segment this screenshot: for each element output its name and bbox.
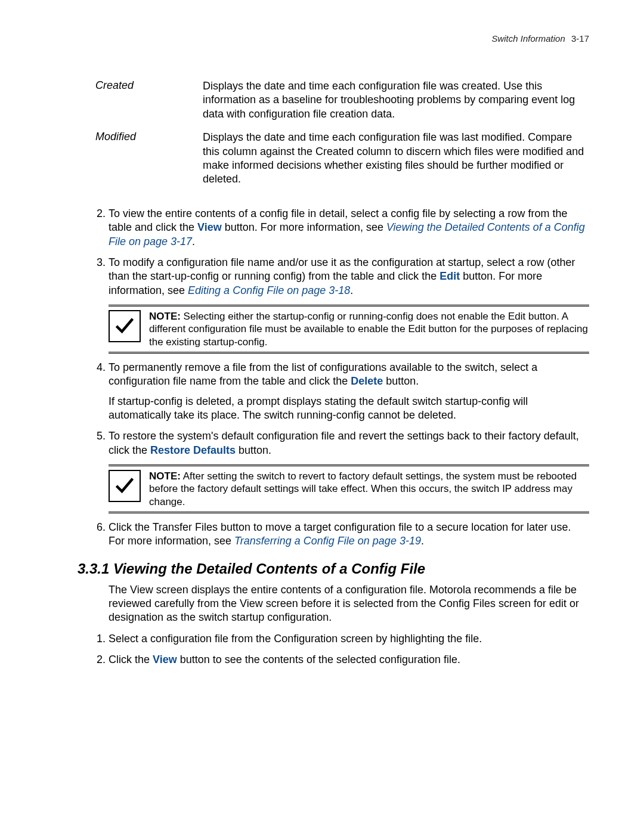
edit-button-ref: Edit [439,270,460,282]
text: button. [383,375,419,387]
list-item: 4.To permanently remove a file from the … [78,361,589,423]
item-number: 4. [97,361,109,374]
text: button to see the contents of the select… [177,654,460,665]
note-label: NOTE: [149,311,181,322]
item-number: 6. [97,521,109,534]
note-text: NOTE: Selecting either the startup-confi… [149,310,589,348]
note-body: After setting the switch to revert to fa… [149,470,577,507]
section-heading: 3.3.1 Viewing the Detailed Contents of a… [78,561,589,577]
text: button. For more information, see [222,221,386,233]
text: Select a configuration file from the Con… [109,633,482,645]
view-button-ref: View [197,221,222,233]
definition-table: Created Displays the date and time each … [78,79,589,196]
header-page-number: 3-17 [571,33,589,44]
list-item: 2.To view the entire contents of a confi… [78,207,589,249]
text: . [421,535,424,547]
link-transferring-config[interactable]: Transferring a Config File on page 3-19 [234,535,421,547]
instruction-list: 4.To permanently remove a file from the … [78,361,589,457]
list-item: 6.Click the Transfer Files button to mov… [78,521,589,549]
item-number: 2. [97,207,109,221]
section-steps: 1.Select a configuration file from the C… [78,632,589,667]
item-number: 1. [97,632,109,646]
text: . [350,284,353,296]
definition-body: Displays the date and time each configur… [203,79,589,131]
delete-button-ref: Delete [351,375,383,387]
sub-paragraph: If startup-config is deleted, a prompt d… [109,395,589,423]
text: . [192,236,195,247]
instruction-list: 6.Click the Transfer Files button to mov… [78,521,589,549]
list-item: 3.To modify a configuration file name an… [78,256,589,298]
note-block: NOTE: Selecting either the startup-confi… [109,305,589,354]
restore-defaults-button-ref: Restore Defaults [150,444,236,456]
instruction-list: 2.To view the entire contents of a confi… [78,207,589,298]
note-body: Selecting either the startup-config or r… [149,311,588,348]
header-title: Switch Information [491,33,565,44]
list-item: 1.Select a configuration file from the C… [78,632,589,646]
item-number: 5. [97,429,109,443]
list-item: 2.Click the View button to see the conte… [78,653,589,667]
link-editing-config[interactable]: Editing a Config File on page 3-18 [188,284,350,296]
note-label: NOTE: [149,470,181,482]
item-number: 3. [97,256,109,270]
definition-body: Displays the date and time each configur… [203,131,589,196]
page: Switch Information 3-17 Created Displays… [0,0,644,833]
item-number: 2. [97,653,109,667]
view-button-ref: View [153,654,177,665]
note-block: NOTE: After setting the switch to revert… [109,465,589,513]
checkmark-icon [109,310,141,342]
definition-row: Created Displays the date and time each … [78,79,589,131]
definition-term: Created [78,79,203,131]
text: Click the [109,654,153,665]
section-intro: The View screen displays the entire cont… [109,583,589,625]
page-header: Switch Information 3-17 [78,33,589,44]
note-text: NOTE: After setting the switch to revert… [149,470,589,508]
text: To permanently remove a file from the li… [109,361,537,387]
definition-term: Modified [78,131,203,196]
list-item: 5.To restore the system's default config… [78,429,589,457]
text: button. [236,444,271,456]
checkmark-icon [109,470,141,502]
definition-row: Modified Displays the date and time each… [78,131,589,196]
